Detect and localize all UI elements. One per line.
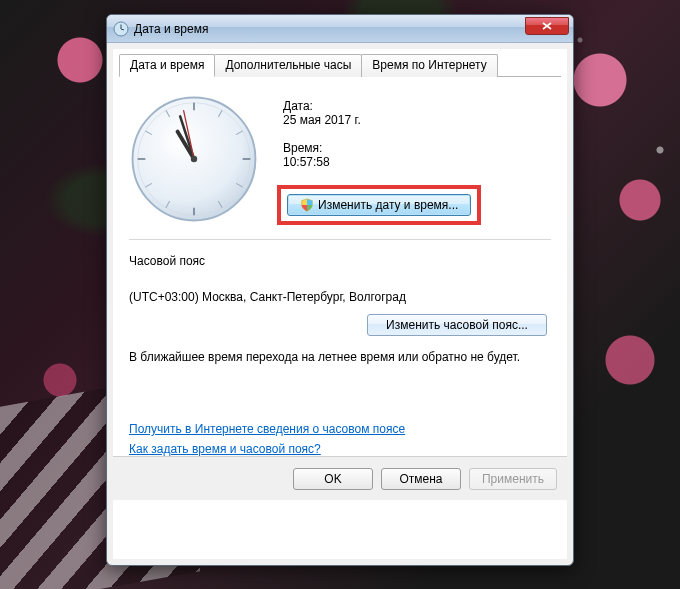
analog-clock [130,95,258,223]
tab-label: Время по Интернету [372,58,486,72]
tab-strip: Дата и время Дополнительные часы Время п… [119,53,561,77]
date-value: 25 мая 2017 г. [283,113,551,127]
cancel-button[interactable]: Отмена [381,468,461,490]
change-date-time-button[interactable]: Изменить дату и время... [287,194,471,216]
close-button[interactable] [525,17,569,35]
timezone-value: (UTC+03:00) Москва, Санкт-Петербург, Вол… [129,290,551,304]
tab-label: Дата и время [130,58,204,72]
time-label: Время: [283,141,551,155]
clock-app-icon [113,21,129,37]
button-label: OK [324,472,341,486]
apply-button: Применить [469,468,557,490]
dst-notice: В ближайшее время перехода на летнее вре… [129,350,551,364]
button-label: Изменить дату и время... [318,198,458,212]
timezone-heading: Часовой пояс [129,254,551,268]
titlebar[interactable]: Дата и время [107,15,573,43]
tab-label: Дополнительные часы [225,58,351,72]
button-label: Отмена [399,472,442,486]
tab-additional-clocks[interactable]: Дополнительные часы [214,54,362,77]
client-area: Дата и время Дополнительные часы Время п… [113,49,567,559]
svg-point-20 [191,156,197,162]
dialog-footer: OK Отмена Применить [113,456,567,500]
ok-button[interactable]: OK [293,468,373,490]
date-time-dialog: Дата и время Дата и время Дополнительные… [106,14,574,566]
button-label: Применить [482,472,544,486]
shield-icon [300,198,314,212]
date-label: Дата: [283,99,551,113]
time-value: 10:57:58 [283,155,551,169]
tab-panel-date-time: Дата: 25 мая 2017 г. Время: 10:57:58 Изм… [123,77,557,456]
close-icon [542,22,552,30]
tab-date-time[interactable]: Дата и время [119,54,215,77]
divider [129,239,551,240]
change-timezone-button[interactable]: Изменить часовой пояс... [367,314,547,336]
window-title: Дата и время [134,22,525,36]
button-label: Изменить часовой пояс... [386,318,528,332]
tab-internet-time[interactable]: Время по Интернету [361,54,497,77]
link-howto[interactable]: Как задать время и часовой пояс? [129,442,321,456]
highlight-annotation: Изменить дату и время... [277,185,481,225]
link-timezone-info[interactable]: Получить в Интернете сведения о часовом … [129,422,405,436]
